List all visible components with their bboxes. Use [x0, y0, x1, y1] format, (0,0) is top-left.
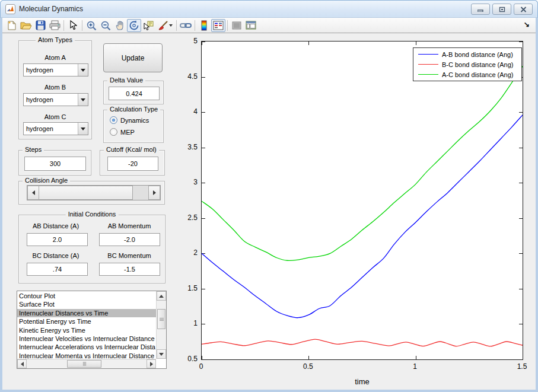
- slider-thumb[interactable]: [39, 186, 133, 200]
- ab-distance-field[interactable]: [27, 233, 88, 246]
- x-tick-label: 1.5: [510, 362, 534, 371]
- slider-track[interactable]: [133, 186, 148, 200]
- steps-field[interactable]: [24, 157, 86, 171]
- print-icon[interactable]: [47, 19, 62, 32]
- application-window: Molecular Dynamics: [0, 0, 538, 392]
- plot-legend[interactable]: A-B bond distance (Ang)B-C bond distance…: [413, 47, 522, 81]
- x-tick-label: 0: [189, 362, 213, 371]
- list-item[interactable]: Contour Plot: [17, 292, 156, 300]
- scroll-down-button[interactable]: [157, 349, 166, 359]
- atom-c-dropdown[interactable]: hydrogen: [23, 122, 88, 135]
- arrow-down-icon: [159, 353, 164, 356]
- save-icon[interactable]: [33, 19, 47, 32]
- y-tick-label: 3: [174, 178, 198, 186]
- legend-entry: A-C bond distance (Ang): [413, 69, 521, 79]
- pointer-icon[interactable]: [66, 19, 80, 32]
- pan-icon[interactable]: [113, 19, 127, 32]
- y-tick-label: 3.5: [174, 143, 198, 151]
- atom-c-label: Atom C: [19, 113, 91, 120]
- toolbar-separator: [82, 20, 82, 31]
- dropdown-button[interactable]: [78, 123, 88, 135]
- atom-b-label: Atom B: [19, 84, 91, 91]
- zoom-in-icon[interactable]: [84, 19, 98, 32]
- minimize-button[interactable]: [471, 4, 490, 15]
- steps-panel: Steps: [18, 150, 91, 176]
- new-file-icon[interactable]: [5, 19, 19, 32]
- list-item[interactable]: Surface Plot: [17, 300, 156, 308]
- scroll-up-button[interactable]: [157, 291, 166, 301]
- title-bar[interactable]: Molecular Dynamics: [0, 0, 538, 18]
- hide-plot-tools-icon[interactable]: [230, 19, 244, 32]
- window-title: Molecular Dynamics: [19, 5, 83, 13]
- horizontal-scroll-thumb[interactable]: [67, 360, 101, 368]
- scroll-right-button[interactable]: [147, 359, 156, 368]
- bc-distance-field[interactable]: [27, 263, 88, 276]
- plot-area[interactable]: [201, 41, 523, 360]
- close-button[interactable]: [514, 4, 533, 15]
- open-file-icon[interactable]: [19, 19, 33, 32]
- y-tick-label: 1.5: [174, 284, 198, 292]
- chevron-down-icon: [81, 69, 85, 72]
- dropdown-button[interactable]: [78, 94, 88, 106]
- chart-canvas[interactable]: [202, 42, 523, 359]
- zoom-out-icon[interactable]: [98, 19, 113, 32]
- y-tick-label: 4.5: [174, 72, 198, 81]
- collision-angle-slider[interactable]: [27, 185, 161, 200]
- dropdown-button[interactable]: [78, 64, 88, 76]
- y-tick-label: 5: [174, 37, 198, 45]
- chevron-down-icon: [81, 98, 85, 101]
- scroll-left-button[interactable]: [17, 359, 27, 368]
- ab-distance-label: AB Distance (A): [19, 222, 93, 230]
- toolbar-separator: [195, 20, 195, 31]
- slider-left-arrow[interactable]: [27, 186, 39, 200]
- y-tick-label: 2: [174, 248, 198, 257]
- dock-figure-arrow-icon[interactable]: ↘: [524, 20, 530, 28]
- brush-icon[interactable]: [155, 19, 174, 32]
- dynamics-radio[interactable]: Dynamics: [110, 116, 149, 124]
- vertical-scroll-thumb[interactable]: [157, 309, 165, 329]
- cutoff-panel: Cutoff (Kcal/ mol): [100, 150, 165, 176]
- initial-conditions-title: Initial Conditions: [66, 211, 119, 218]
- list-item[interactable]: Kinetic Energy vs Time: [17, 326, 156, 334]
- toolbar-separator: [227, 20, 228, 31]
- cutoff-field[interactable]: [107, 157, 158, 171]
- matlab-logo-icon: [5, 4, 15, 14]
- y-tick-label: 4: [174, 107, 198, 116]
- ab-momentum-field[interactable]: [99, 233, 160, 246]
- list-item[interactable]: Internuclear Accelerations vs Internucle…: [17, 343, 156, 351]
- list-item[interactable]: Internuclear Momenta vs Internuclear Dis…: [17, 352, 156, 359]
- mep-radio[interactable]: MEP: [110, 128, 135, 136]
- y-tick-label: 1: [174, 319, 198, 327]
- list-item[interactable]: Potential Energy vs Time: [17, 317, 156, 326]
- list-item[interactable]: Internuclear Distances vs Time: [17, 309, 156, 317]
- restore-button[interactable]: [492, 4, 511, 15]
- list-item[interactable]: Internuclear Velocities vs Internuclear …: [17, 334, 156, 343]
- radio-unselected-icon[interactable]: [110, 128, 117, 136]
- insert-legend-icon[interactable]: [211, 19, 225, 32]
- collision-angle-title: Collision Angle: [23, 177, 70, 184]
- legend-line-sample: [418, 74, 438, 75]
- radio-selected-icon[interactable]: [110, 116, 117, 124]
- legend-label: A-C bond distance (Ang): [442, 71, 513, 78]
- delta-value-field[interactable]: [109, 87, 160, 100]
- data-cursor-icon[interactable]: [141, 19, 155, 32]
- slider-right-arrow[interactable]: [148, 186, 160, 200]
- vertical-scrollbar[interactable]: [156, 291, 166, 359]
- insert-colorbar-icon[interactable]: [197, 19, 211, 32]
- toolbar-separator: [63, 20, 64, 31]
- atom-a-label: Atom A: [19, 54, 91, 61]
- update-button[interactable]: Update: [103, 43, 163, 72]
- brush-dropdown-caret[interactable]: [169, 24, 173, 27]
- atom-b-dropdown[interactable]: hydrogen: [23, 93, 88, 106]
- mep-label: MEP: [120, 129, 135, 136]
- legend-label: B-C bond distance (Ang): [442, 61, 513, 68]
- cutoff-title: Cutoff (Kcal/ mol): [104, 146, 159, 153]
- bc-momentum-field[interactable]: [99, 263, 160, 276]
- atom-a-dropdown[interactable]: hydrogen: [23, 63, 88, 77]
- show-plot-tools-icon[interactable]: [244, 19, 258, 32]
- plot-type-listbox[interactable]: Contour PlotSurface PlotInternuclear Dis…: [17, 291, 167, 369]
- rotate-3d-icon[interactable]: [127, 19, 141, 32]
- link-plot-icon[interactable]: [179, 19, 193, 32]
- ab-momentum-label: AB Momentum: [93, 222, 166, 230]
- horizontal-scrollbar[interactable]: [17, 359, 156, 368]
